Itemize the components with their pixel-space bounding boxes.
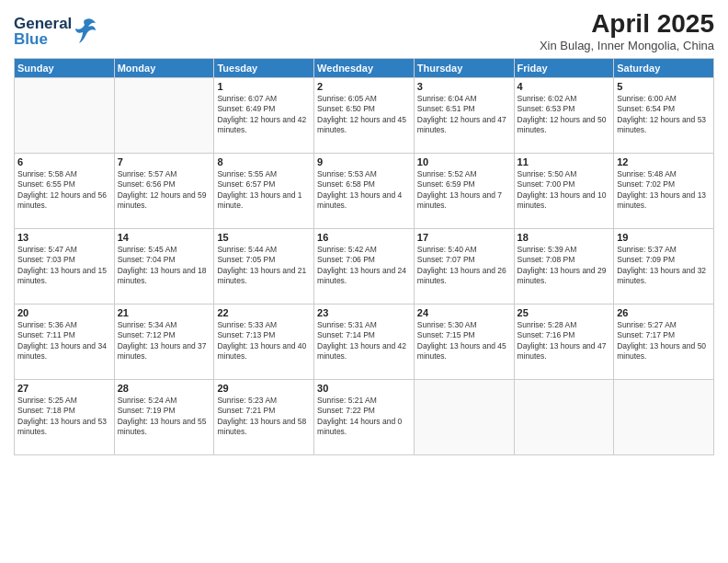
calendar-cell: 27Sunrise: 5:25 AMSunset: 7:18 PMDayligh… — [15, 380, 115, 455]
logo-blue: Blue — [14, 31, 72, 47]
day-of-week-header: Sunday — [15, 59, 115, 78]
calendar-cell — [414, 380, 514, 455]
day-number: 15 — [217, 232, 311, 243]
day-number: 24 — [417, 307, 511, 318]
cell-info: Sunrise: 5:44 AMSunset: 7:05 PMDaylight:… — [217, 245, 311, 287]
day-number: 27 — [17, 383, 111, 394]
calendar-cell: 9Sunrise: 5:53 AMSunset: 6:58 PMDaylight… — [314, 154, 415, 229]
calendar-cell: 18Sunrise: 5:39 AMSunset: 7:08 PMDayligh… — [514, 229, 614, 304]
day-number: 7 — [118, 156, 211, 167]
page: General Blue April 2025 Xin Bulag, Inner… — [0, 0, 728, 563]
logo-bird-icon — [75, 17, 96, 47]
day-number: 16 — [317, 232, 411, 243]
day-number: 10 — [417, 156, 511, 167]
calendar-header-row: SundayMondayTuesdayWednesdayThursdayFrid… — [15, 59, 714, 78]
cell-info: Sunrise: 6:05 AMSunset: 6:50 PMDaylight:… — [317, 94, 411, 136]
calendar-cell: 30Sunrise: 5:21 AMSunset: 7:22 PMDayligh… — [314, 380, 415, 455]
day-number: 4 — [518, 81, 611, 92]
calendar-cell: 16Sunrise: 5:42 AMSunset: 7:06 PMDayligh… — [314, 229, 415, 304]
header: General Blue April 2025 Xin Bulag, Inner… — [14, 9, 714, 52]
day-number: 9 — [317, 156, 411, 167]
calendar-cell: 28Sunrise: 5:24 AMSunset: 7:19 PMDayligh… — [114, 380, 214, 455]
calendar-cell: 23Sunrise: 5:31 AMSunset: 7:14 PMDayligh… — [314, 304, 415, 380]
calendar-cell: 15Sunrise: 5:44 AMSunset: 7:05 PMDayligh… — [214, 229, 314, 304]
day-number: 19 — [617, 232, 711, 243]
calendar-cell — [114, 78, 214, 154]
subtitle: Xin Bulag, Inner Mongolia, China — [540, 39, 714, 52]
calendar-cell: 26Sunrise: 5:27 AMSunset: 7:17 PMDayligh… — [614, 304, 714, 380]
calendar-week-row: 20Sunrise: 5:36 AMSunset: 7:11 PMDayligh… — [15, 304, 714, 380]
day-of-week-header: Monday — [114, 59, 214, 78]
cell-info: Sunrise: 5:52 AMSunset: 6:59 PMDaylight:… — [417, 169, 511, 212]
cell-info: Sunrise: 6:00 AMSunset: 6:54 PMDaylight:… — [617, 94, 711, 136]
day-number: 21 — [118, 307, 211, 318]
calendar-table: SundayMondayTuesdayWednesdayThursdayFrid… — [14, 58, 714, 455]
cell-info: Sunrise: 5:27 AMSunset: 7:17 PMDaylight:… — [617, 320, 711, 362]
day-number: 5 — [617, 81, 711, 92]
calendar-cell: 12Sunrise: 5:48 AMSunset: 7:02 PMDayligh… — [614, 154, 714, 229]
cell-info: Sunrise: 5:36 AMSunset: 7:11 PMDaylight:… — [17, 320, 111, 362]
cell-info: Sunrise: 5:47 AMSunset: 7:03 PMDaylight:… — [17, 245, 111, 287]
day-number: 28 — [118, 383, 211, 394]
day-of-week-header: Saturday — [614, 59, 714, 78]
day-number: 12 — [617, 156, 711, 167]
day-number: 22 — [217, 307, 311, 318]
cell-info: Sunrise: 5:42 AMSunset: 7:06 PMDaylight:… — [317, 245, 411, 287]
calendar-cell: 3Sunrise: 6:04 AMSunset: 6:51 PMDaylight… — [414, 78, 514, 154]
cell-info: Sunrise: 5:31 AMSunset: 7:14 PMDaylight:… — [317, 320, 411, 362]
calendar-cell: 1Sunrise: 6:07 AMSunset: 6:49 PMDaylight… — [214, 78, 314, 154]
cell-info: Sunrise: 5:58 AMSunset: 6:55 PMDaylight:… — [17, 169, 111, 212]
cell-info: Sunrise: 5:37 AMSunset: 7:09 PMDaylight:… — [617, 245, 711, 287]
day-number: 6 — [17, 156, 111, 167]
calendar-cell: 7Sunrise: 5:57 AMSunset: 6:56 PMDaylight… — [114, 154, 214, 229]
calendar-cell: 24Sunrise: 5:30 AMSunset: 7:15 PMDayligh… — [414, 304, 514, 380]
day-number: 3 — [417, 81, 511, 92]
cell-info: Sunrise: 5:45 AMSunset: 7:04 PMDaylight:… — [118, 245, 211, 287]
cell-info: Sunrise: 6:04 AMSunset: 6:51 PMDaylight:… — [417, 94, 511, 136]
calendar-week-row: 13Sunrise: 5:47 AMSunset: 7:03 PMDayligh… — [15, 229, 714, 304]
calendar-cell: 5Sunrise: 6:00 AMSunset: 6:54 PMDaylight… — [614, 78, 714, 154]
day-of-week-header: Thursday — [414, 59, 514, 78]
month-title: April 2025 — [540, 9, 714, 39]
cell-info: Sunrise: 5:53 AMSunset: 6:58 PMDaylight:… — [317, 169, 411, 212]
day-of-week-header: Friday — [514, 59, 614, 78]
cell-info: Sunrise: 5:28 AMSunset: 7:16 PMDaylight:… — [518, 320, 611, 362]
cell-info: Sunrise: 6:02 AMSunset: 6:53 PMDaylight:… — [518, 94, 611, 136]
cell-info: Sunrise: 5:40 AMSunset: 7:07 PMDaylight:… — [417, 245, 511, 287]
calendar-cell — [514, 380, 614, 455]
title-block: April 2025 Xin Bulag, Inner Mongolia, Ch… — [540, 9, 714, 52]
calendar-week-row: 6Sunrise: 5:58 AMSunset: 6:55 PMDaylight… — [15, 154, 714, 229]
cell-info: Sunrise: 5:24 AMSunset: 7:19 PMDaylight:… — [118, 396, 211, 438]
day-number: 23 — [317, 307, 411, 318]
calendar-cell: 22Sunrise: 5:33 AMSunset: 7:13 PMDayligh… — [214, 304, 314, 380]
cell-info: Sunrise: 5:39 AMSunset: 7:08 PMDaylight:… — [518, 245, 611, 287]
cell-info: Sunrise: 5:25 AMSunset: 7:18 PMDaylight:… — [17, 396, 111, 438]
day-number: 30 — [317, 383, 411, 394]
calendar-cell: 20Sunrise: 5:36 AMSunset: 7:11 PMDayligh… — [15, 304, 115, 380]
calendar-cell: 2Sunrise: 6:05 AMSunset: 6:50 PMDaylight… — [314, 78, 415, 154]
cell-info: Sunrise: 5:34 AMSunset: 7:12 PMDaylight:… — [118, 320, 211, 362]
day-of-week-header: Tuesday — [214, 59, 314, 78]
cell-info: Sunrise: 6:07 AMSunset: 6:49 PMDaylight:… — [217, 94, 311, 136]
cell-info: Sunrise: 5:48 AMSunset: 7:02 PMDaylight:… — [617, 169, 711, 212]
calendar-cell: 10Sunrise: 5:52 AMSunset: 6:59 PMDayligh… — [414, 154, 514, 229]
calendar-week-row: 27Sunrise: 5:25 AMSunset: 7:18 PMDayligh… — [15, 380, 714, 455]
calendar-cell: 29Sunrise: 5:23 AMSunset: 7:21 PMDayligh… — [214, 380, 314, 455]
day-number: 11 — [518, 156, 611, 167]
cell-info: Sunrise: 5:50 AMSunset: 7:00 PMDaylight:… — [518, 169, 611, 212]
logo-text: General Blue — [14, 16, 72, 47]
day-of-week-header: Wednesday — [314, 59, 415, 78]
calendar-cell: 25Sunrise: 5:28 AMSunset: 7:16 PMDayligh… — [514, 304, 614, 380]
logo-general: General — [14, 16, 72, 31]
cell-info: Sunrise: 5:21 AMSunset: 7:22 PMDaylight:… — [317, 396, 411, 438]
calendar-cell — [614, 380, 714, 455]
calendar-cell: 11Sunrise: 5:50 AMSunset: 7:00 PMDayligh… — [514, 154, 614, 229]
day-number: 2 — [317, 81, 411, 92]
cell-info: Sunrise: 5:33 AMSunset: 7:13 PMDaylight:… — [217, 320, 311, 362]
day-number: 18 — [518, 232, 611, 243]
calendar-cell — [15, 78, 115, 154]
cell-info: Sunrise: 5:23 AMSunset: 7:21 PMDaylight:… — [217, 396, 311, 438]
calendar-cell: 13Sunrise: 5:47 AMSunset: 7:03 PMDayligh… — [15, 229, 115, 304]
cell-info: Sunrise: 5:30 AMSunset: 7:15 PMDaylight:… — [417, 320, 511, 362]
logo: General Blue — [14, 16, 96, 47]
